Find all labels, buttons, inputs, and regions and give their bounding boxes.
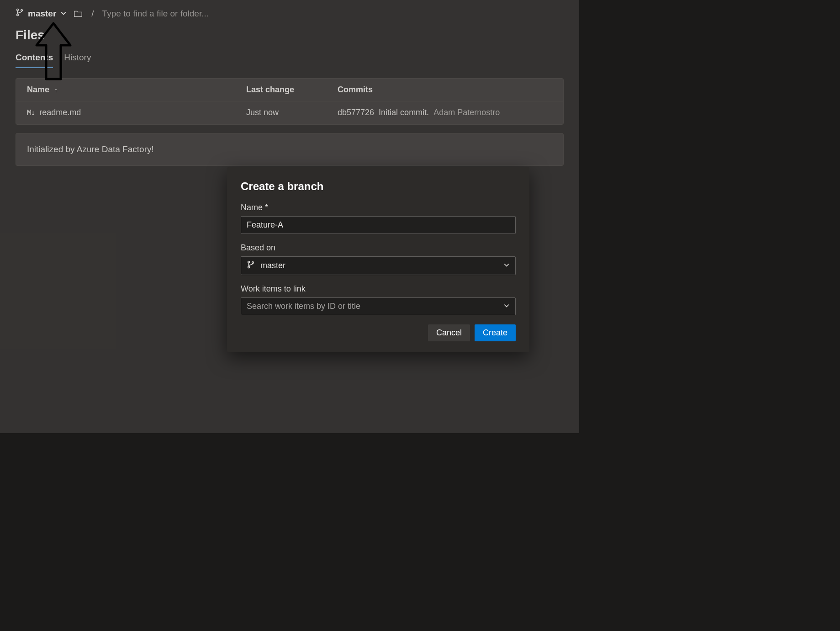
col-last-change[interactable]: Last change xyxy=(246,85,338,95)
breadcrumb-separator: / xyxy=(91,9,94,19)
file-name: readme.md xyxy=(39,108,81,117)
folder-icon xyxy=(73,9,83,19)
tab-history[interactable]: History xyxy=(64,50,91,67)
branch-selector[interactable]: master xyxy=(16,8,67,19)
create-button[interactable]: Create xyxy=(475,324,516,341)
breadcrumb-row: master / xyxy=(0,0,579,22)
field-work-items: Work items to link Search work items by … xyxy=(241,284,516,315)
tabs: Contents History xyxy=(0,46,579,67)
col-name[interactable]: Name ↑ xyxy=(27,85,246,95)
table-row[interactable]: M↓ readme.md Just now db577726 Initial c… xyxy=(16,101,563,124)
commit-author[interactable]: Adam Paternostro xyxy=(433,108,500,117)
branch-name-input[interactable] xyxy=(241,216,516,234)
dialog-title: Create a branch xyxy=(241,180,516,193)
svg-point-3 xyxy=(248,261,250,263)
svg-point-0 xyxy=(17,9,19,11)
chevron-down-icon xyxy=(503,261,510,270)
tab-contents[interactable]: Contents xyxy=(16,50,53,67)
cancel-button[interactable]: Cancel xyxy=(428,324,470,341)
commit-hash[interactable]: db577726 xyxy=(338,108,374,117)
col-commits[interactable]: Commits xyxy=(338,85,552,95)
svg-point-1 xyxy=(17,14,19,16)
branch-name: master xyxy=(28,9,56,19)
based-on-label: Based on xyxy=(241,243,516,253)
file-last-change: Just now xyxy=(246,108,338,117)
markdown-icon: M↓ xyxy=(27,108,35,117)
based-on-select[interactable]: master xyxy=(241,256,516,275)
work-items-label: Work items to link xyxy=(241,284,516,294)
work-items-select[interactable]: Search work items by ID or title xyxy=(241,297,516,315)
name-label: Name * xyxy=(241,203,516,212)
readme-preview: Initialized by Azure Data Factory! xyxy=(16,133,564,166)
branch-icon xyxy=(247,260,255,271)
files-page: master / Files Contents History Name ↑ L… xyxy=(0,0,579,433)
chevron-down-icon xyxy=(60,9,67,19)
create-branch-dialog: Create a branch Name * Based on master xyxy=(227,167,529,352)
branch-icon xyxy=(16,8,24,19)
sort-ascending-icon: ↑ xyxy=(54,86,58,94)
file-search-input[interactable] xyxy=(102,9,331,19)
file-cell: M↓ readme.md xyxy=(27,108,246,117)
svg-point-4 xyxy=(248,266,250,268)
table-header: Name ↑ Last change Commits xyxy=(16,79,563,101)
svg-point-5 xyxy=(252,262,254,264)
page-title: Files xyxy=(0,22,579,46)
work-items-placeholder: Search work items by ID or title xyxy=(247,302,360,311)
chevron-down-icon xyxy=(503,302,510,311)
svg-point-2 xyxy=(21,10,23,11)
based-on-value: master xyxy=(260,261,285,270)
field-name: Name * xyxy=(241,203,516,234)
dialog-buttons: Cancel Create xyxy=(241,324,516,341)
file-table: Name ↑ Last change Commits M↓ readme.md … xyxy=(16,78,564,125)
field-based-on: Based on master xyxy=(241,243,516,275)
col-name-label: Name xyxy=(27,85,49,94)
file-commit: db577726 Initial commit. Adam Paternostr… xyxy=(338,108,552,117)
commit-message: Initial commit. xyxy=(379,108,429,117)
